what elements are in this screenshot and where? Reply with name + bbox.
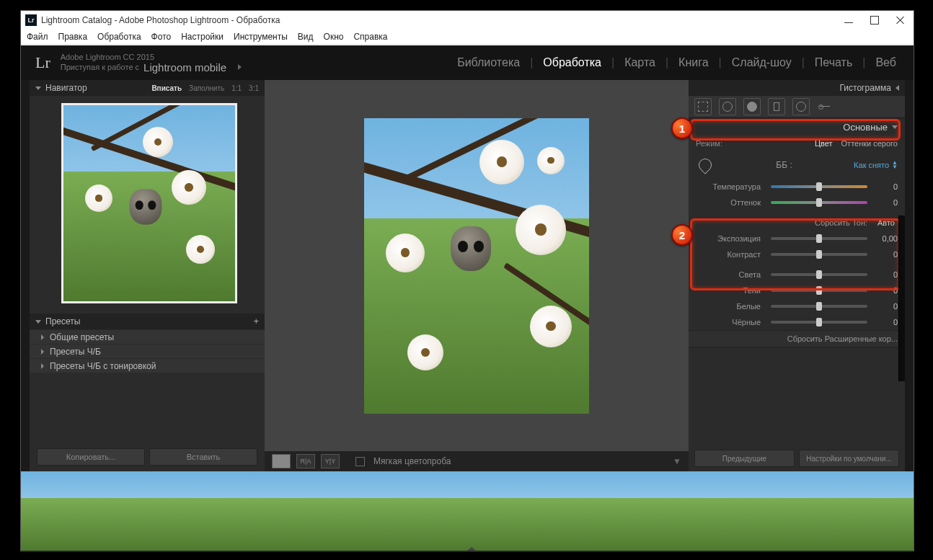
lr-logo: Lr (35, 53, 50, 72)
chevron-down-icon (35, 86, 41, 90)
tint-value[interactable]: 0 (872, 198, 898, 207)
preset-folder[interactable]: Пресеты Ч/Б с тонировкой (30, 358, 265, 373)
nav-fit[interactable]: Вписать (151, 84, 182, 92)
navigator-header[interactable]: Навигатор Вписать Заполнить 1:1 3:1 (30, 80, 265, 96)
wb-preset-select[interactable]: Как снято ▲▼ (854, 161, 898, 169)
menu-tools[interactable]: Инструменты (234, 32, 288, 42)
exposure-row: Экспозиция 0,00 (689, 231, 905, 246)
menu-view[interactable]: Вид (298, 32, 314, 42)
module-develop[interactable]: Обработка (540, 56, 604, 69)
identity-line1: Adobe Lightroom CC 2015 (61, 53, 242, 61)
module-print[interactable]: Печать (812, 56, 855, 69)
nav-1to1[interactable]: 1:1 (231, 84, 242, 92)
histogram-header[interactable]: Гистограмма (689, 80, 905, 96)
preset-folder[interactable]: Общие пресеты (30, 329, 265, 344)
nav-fill[interactable]: Заполнить (189, 84, 224, 92)
basic-panel-header[interactable]: Основные (689, 118, 905, 135)
copy-settings-button[interactable]: Копировать... (37, 448, 145, 466)
temp-value[interactable]: 0 (872, 182, 898, 191)
crop-tool-icon[interactable] (694, 98, 712, 115)
tint-label: Оттенок (696, 198, 766, 207)
filmstrip-thumbs[interactable] (21, 487, 914, 552)
reset-defaults-button[interactable]: Настройки по умолчани... (799, 450, 899, 467)
loupe-view-icon[interactable] (272, 454, 291, 468)
presence-reset[interactable]: Сбросить Расширенные кор... (689, 330, 905, 347)
menu-file[interactable]: Файл (27, 32, 48, 42)
bottom-panel-toggle-icon[interactable] (467, 547, 476, 551)
tone-reset-label[interactable]: Сбросить Тон: (696, 218, 875, 227)
menu-window[interactable]: Окно (324, 32, 344, 42)
preset-folder[interactable]: Пресеты Ч/Б (30, 344, 265, 358)
thumbnail[interactable] (28, 496, 71, 543)
module-map[interactable]: Карта (622, 56, 658, 69)
highlights-value[interactable]: 0 (872, 270, 898, 279)
blacks-label: Чёрные (696, 318, 766, 326)
blacks-value[interactable]: 0 (872, 318, 898, 326)
menu-develop[interactable]: Обработка (97, 32, 141, 42)
before-after-ra-icon[interactable]: R|A (296, 454, 315, 468)
menu-edit[interactable]: Правка (58, 32, 88, 42)
softproof-checkbox[interactable] (355, 457, 365, 466)
presets-header[interactable]: Пресеты + (30, 314, 265, 329)
tone-auto-button[interactable]: Авто (875, 218, 898, 227)
chevron-down-icon (892, 125, 898, 129)
contrast-row: Контраст 0 (689, 246, 905, 262)
eyedropper-icon[interactable] (696, 156, 715, 174)
identity-plate[interactable]: Adobe Lightroom CC 2015 Приступая к рабо… (61, 53, 242, 74)
tint-slider[interactable] (771, 201, 867, 204)
play-icon (238, 64, 242, 70)
contrast-slider[interactable] (771, 253, 867, 256)
right-edge-toggle[interactable] (905, 80, 914, 471)
shadows-slider[interactable] (771, 289, 867, 292)
radial-tool-icon[interactable] (792, 98, 810, 115)
before-after-yy-icon[interactable]: Y|Y (321, 454, 340, 468)
image-stage[interactable] (265, 80, 689, 451)
close-button[interactable] (896, 16, 905, 25)
menu-settings[interactable]: Настройки (181, 32, 224, 42)
gradient-tool-icon[interactable] (768, 98, 785, 115)
contrast-label: Контраст (696, 250, 766, 259)
sort-icon: ▲▼ (892, 161, 898, 169)
shadows-value[interactable]: 0 (872, 286, 898, 295)
contrast-value[interactable]: 0 (872, 250, 898, 259)
left-edge-toggle[interactable] (21, 80, 30, 471)
treatment-bw[interactable]: Оттенки серого (841, 139, 898, 148)
blacks-slider[interactable] (771, 321, 867, 324)
photo-preview (364, 118, 589, 414)
whites-row: Белые 0 (689, 298, 905, 314)
nav-3to1[interactable]: 3:1 (249, 84, 259, 92)
exposure-slider[interactable] (771, 237, 867, 240)
treatment-row: Режим: Цвет Оттенки серого (689, 135, 905, 151)
treatment-color[interactable]: Цвет (815, 139, 833, 148)
chevron-right-icon (41, 363, 44, 369)
filmstrip: 1 2 ◄ ► Предыдущий импорт 1 фото / 1 выб… (21, 471, 914, 551)
module-slideshow[interactable]: Слайд-шоу (729, 56, 795, 69)
minimize-button[interactable] (844, 16, 853, 25)
toolbar-expand-icon[interactable]: ▼ (673, 456, 681, 466)
brush-tool-icon[interactable] (817, 99, 899, 115)
right-scroll-track[interactable] (898, 215, 905, 381)
module-web[interactable]: Веб (872, 56, 899, 69)
softproof-label: Мягкая цветопроба (373, 456, 451, 466)
menu-help[interactable]: Справка (353, 32, 387, 42)
paste-settings-button[interactable]: Вставить (149, 448, 257, 466)
maximize-button[interactable] (870, 16, 879, 25)
previous-button[interactable]: Предыдущие (694, 450, 795, 467)
module-book[interactable]: Книга (676, 56, 711, 69)
add-preset-icon[interactable]: + (253, 316, 259, 326)
chevron-down-icon (35, 320, 41, 324)
center-area: R|A Y|Y Мягкая цветопроба ▼ (265, 80, 689, 471)
highlights-slider[interactable] (771, 273, 867, 276)
exposure-value[interactable]: 0,00 (872, 234, 898, 243)
center-toolbar: R|A Y|Y Мягкая цветопроба ▼ (265, 451, 689, 471)
whites-slider[interactable] (771, 305, 867, 308)
temp-slider[interactable] (771, 185, 867, 188)
redeye-tool-icon[interactable] (743, 98, 761, 115)
menu-photo[interactable]: Фото (151, 32, 172, 42)
annotation-badge-1: 1 (671, 117, 693, 139)
whites-value[interactable]: 0 (872, 302, 898, 311)
navigator-preview[interactable] (61, 103, 237, 303)
spot-tool-icon[interactable] (719, 98, 736, 115)
highlights-row: Света 0 (689, 267, 905, 283)
module-library[interactable]: Библиотека (454, 56, 523, 69)
